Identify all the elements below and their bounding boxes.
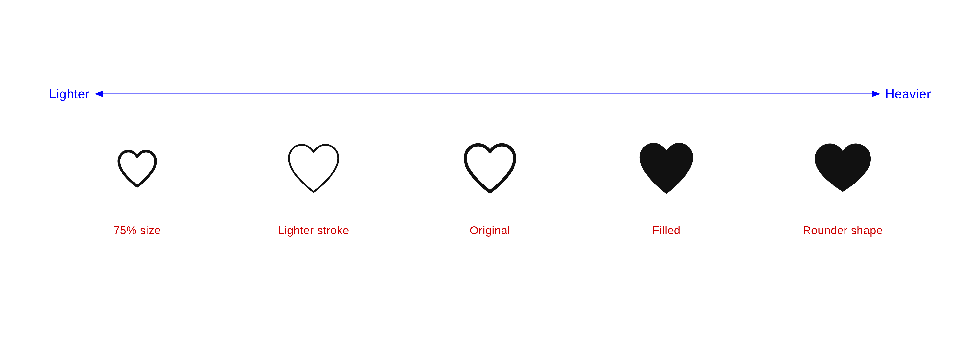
heart-item-rounder: Rounder shape — [755, 130, 931, 237]
arrow-row: Lighter Heavier — [49, 86, 931, 101]
arrow-line — [95, 90, 880, 97]
heart-icon-small — [115, 149, 159, 191]
heart-item-lighter-stroke: Lighter stroke — [225, 130, 402, 237]
heart-svg-original — [461, 130, 519, 209]
heart-label-filled: Filled — [652, 224, 680, 237]
arrow-svg — [95, 90, 880, 97]
svg-marker-0 — [95, 91, 103, 97]
heavier-label: Heavier — [885, 86, 931, 101]
heart-item-original: Original — [402, 130, 578, 237]
heart-label-rounder: Rounder shape — [803, 224, 883, 237]
heart-label-small: 75% size — [113, 224, 161, 237]
lighter-label: Lighter — [49, 86, 90, 101]
heart-item-small: 75% size — [49, 130, 225, 237]
heart-label-original: Original — [470, 224, 510, 237]
heart-icon-lighter-stroke — [284, 142, 343, 198]
heart-svg-lighter-stroke — [284, 130, 343, 209]
heart-icon-filled — [635, 140, 698, 200]
heart-icon-original — [461, 142, 519, 198]
heart-icon-rounder — [811, 140, 875, 200]
hearts-row: 75% size Lighter stroke Original — [49, 130, 931, 237]
heart-item-filled: Filled — [578, 130, 755, 237]
heart-svg-small — [115, 130, 159, 209]
heart-svg-rounder — [811, 130, 875, 209]
svg-marker-2 — [872, 91, 880, 97]
main-container: Lighter Heavier 75% size — [49, 86, 931, 257]
heart-svg-filled — [635, 130, 698, 209]
heart-label-lighter-stroke: Lighter stroke — [278, 224, 349, 237]
